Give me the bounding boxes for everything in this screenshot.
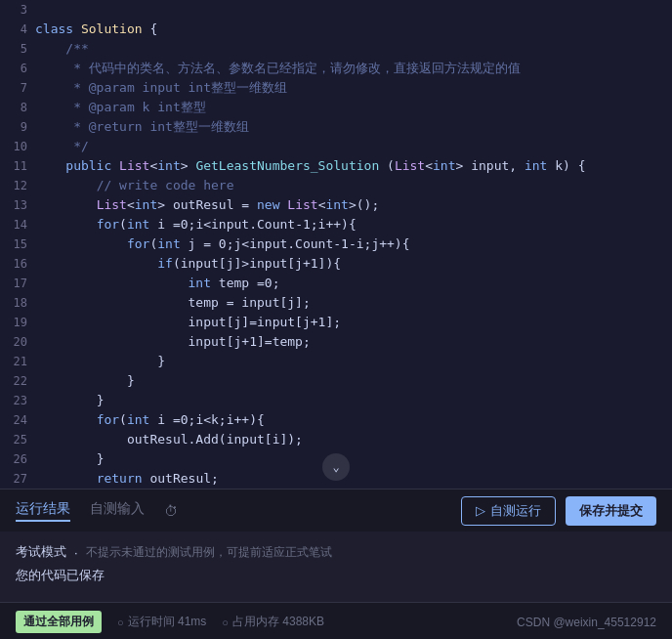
table-row: 8 * @param k int整型 xyxy=(0,98,672,117)
memory-label: 占用内存 4388KB xyxy=(232,614,324,630)
scroll-down-button[interactable]: ⌄ xyxy=(322,453,350,481)
table-row: 22 } xyxy=(0,371,672,391)
table-row: 16 if(input[j]>input[j+1]){ xyxy=(0,254,672,274)
table-row: 4class Solution { xyxy=(0,20,672,39)
line-content: for(int i =0;i<k;i++){ xyxy=(35,410,265,430)
table-row: 14 for(int i =0;i<input.Count-1;i++){ xyxy=(0,215,672,234)
memory-status: ○ 占用内存 4388KB xyxy=(222,614,324,630)
toolbar-right: ▷ 自测运行 保存并提交 xyxy=(461,496,656,526)
memory-icon: ○ xyxy=(222,617,229,628)
line-number: 19 xyxy=(0,313,35,332)
line-content: input[j]=input[j+1]; xyxy=(35,313,341,332)
line-content: for(int j = 0;j<input.Count-1-i;j++){ xyxy=(35,234,410,254)
exam-mode-row: 考试模式 · 不提示未通过的测试用例，可提前适应正式笔试 xyxy=(16,543,656,561)
table-row: 5 /** xyxy=(0,39,672,59)
run-time-status: ○ 运行时间 41ms xyxy=(117,614,206,630)
pass-badge: 通过全部用例 xyxy=(16,611,102,633)
code-lines: 34class Solution {5 /**6 * 代码中的类名、方法名、参数… xyxy=(0,0,672,489)
results-area: 考试模式 · 不提示未通过的测试用例，可提前适应正式笔试 您的代码已保存 xyxy=(0,532,672,602)
line-content: List<int> outResul = new List<int>(); xyxy=(35,195,379,215)
line-number: 21 xyxy=(0,352,35,371)
line-number: 6 xyxy=(0,59,35,78)
table-row: 12 // write code here xyxy=(0,176,672,195)
exam-mode-label: 考试模式 xyxy=(16,543,66,561)
line-number: 8 xyxy=(0,98,35,117)
exam-mode-separator: · xyxy=(74,545,78,560)
line-number: 14 xyxy=(0,215,35,234)
line-number: 4 xyxy=(0,20,35,39)
table-row: 18 temp = input[j]; xyxy=(0,293,672,313)
bottom-toolbar: 运行结果 自测输入 ⏱ ▷ 自测运行 保存并提交 xyxy=(0,489,672,532)
line-number: 15 xyxy=(0,234,35,254)
run-time-icon: ○ xyxy=(117,617,124,628)
line-number: 18 xyxy=(0,293,35,313)
line-number: 12 xyxy=(0,176,35,195)
table-row: 10 */ xyxy=(0,137,672,156)
tab-run-results[interactable]: 运行结果 xyxy=(16,500,70,522)
line-content: for(int i =0;i<input.Count-1;i++){ xyxy=(35,215,357,234)
table-row: 3 xyxy=(0,0,672,20)
table-row: 11 public List<int> GetLeastNumbers_Solu… xyxy=(0,156,672,176)
table-row: 20 input[j+1]=temp; xyxy=(0,332,672,352)
table-row: 9 * @return int整型一维数组 xyxy=(0,117,672,137)
line-content: } xyxy=(35,449,104,469)
line-number: 10 xyxy=(0,137,35,156)
line-content: * @param input int整型一维数组 xyxy=(35,78,295,98)
saved-message: 您的代码已保存 xyxy=(16,567,656,584)
line-number: 13 xyxy=(0,195,35,215)
table-row: 19 input[j]=input[j+1]; xyxy=(0,313,672,332)
run-icon: ▷ xyxy=(476,503,485,518)
line-content: return outResul; xyxy=(35,469,219,489)
line-content: } xyxy=(35,391,104,410)
run-button[interactable]: ▷ 自测运行 xyxy=(461,496,556,526)
line-content: * 代码中的类名、方法名、参数名已经指定，请勿修改，直接返回方法规定的值 xyxy=(35,59,521,78)
table-row: 6 * 代码中的类名、方法名、参数名已经指定，请勿修改，直接返回方法规定的值 xyxy=(0,59,672,78)
credit-label: CSDN @weixin_45512912 xyxy=(517,616,656,629)
line-number: 11 xyxy=(0,156,35,176)
table-row: 21 } xyxy=(0,352,672,371)
line-content: temp = input[j]; xyxy=(35,293,311,313)
line-content: * @return int整型一维数组 xyxy=(35,117,249,137)
line-content: } xyxy=(35,352,165,371)
line-content: /** xyxy=(35,39,89,59)
submit-button[interactable]: 保存并提交 xyxy=(566,496,656,526)
exam-mode-desc: 不提示未通过的测试用例，可提前适应正式笔试 xyxy=(86,544,332,561)
table-row: 23 } xyxy=(0,391,672,410)
line-number: 7 xyxy=(0,78,35,98)
line-content: // write code here xyxy=(35,176,234,195)
table-row: 25 outResul.Add(input[i]); xyxy=(0,430,672,449)
line-content: if(input[j]>input[j+1]){ xyxy=(35,254,341,274)
table-row: 13 List<int> outResul = new List<int>(); xyxy=(0,195,672,215)
tab-self-test[interactable]: 自测输入 xyxy=(90,500,145,522)
line-content: * @param k int整型 xyxy=(35,98,214,117)
line-number: 23 xyxy=(0,391,35,410)
line-content: int temp =0; xyxy=(35,274,279,293)
clock-icon[interactable]: ⏱ xyxy=(164,503,178,519)
table-row: 17 int temp =0; xyxy=(0,274,672,293)
status-bar: 通过全部用例 ○ 运行时间 41ms ○ 占用内存 4388KB CSDN @w… xyxy=(0,602,672,639)
code-editor: 34class Solution {5 /**6 * 代码中的类名、方法名、参数… xyxy=(0,0,672,489)
line-number: 17 xyxy=(0,274,35,293)
line-content: outResul.Add(input[i]); xyxy=(35,430,303,449)
run-label: 自测运行 xyxy=(490,502,541,520)
line-number: 5 xyxy=(0,39,35,59)
table-row: 24 for(int i =0;i<k;i++){ xyxy=(0,410,672,430)
line-number: 26 xyxy=(0,449,35,469)
line-content: class Solution { xyxy=(35,20,157,39)
line-number: 20 xyxy=(0,332,35,352)
line-number: 27 xyxy=(0,469,35,489)
table-row: 7 * @param input int整型一维数组 xyxy=(0,78,672,98)
line-number: 22 xyxy=(0,371,35,391)
line-number: 3 xyxy=(0,0,35,20)
line-content: input[j+1]=temp; xyxy=(35,332,311,352)
line-number: 16 xyxy=(0,254,35,274)
line-content: */ xyxy=(35,137,89,156)
table-row: 15 for(int j = 0;j<input.Count-1-i;j++){ xyxy=(0,234,672,254)
line-content: } xyxy=(35,371,135,391)
line-number: 24 xyxy=(0,410,35,430)
line-number: 25 xyxy=(0,430,35,449)
line-number: 9 xyxy=(0,117,35,137)
run-time-label: 运行时间 41ms xyxy=(128,614,207,630)
line-content: public List<int> GetLeastNumbers_Solutio… xyxy=(35,156,586,176)
